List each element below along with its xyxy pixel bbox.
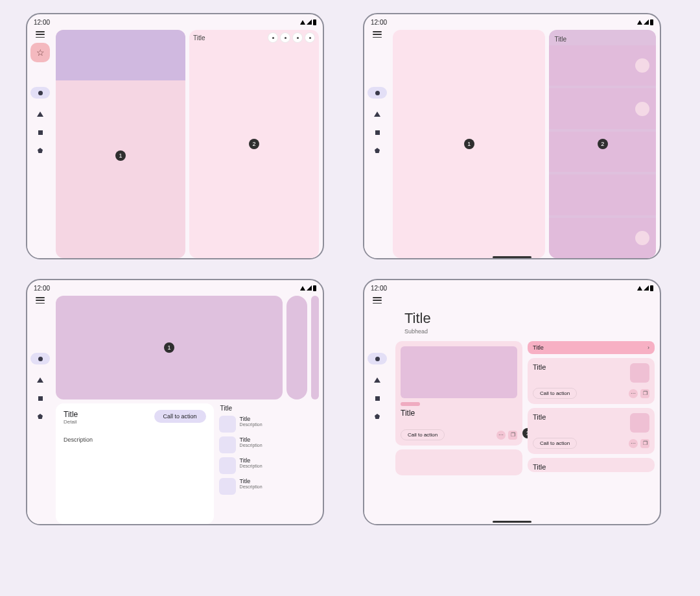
region-badge: 1 (164, 342, 174, 353)
detail-pane[interactable]: Title 2 (189, 30, 319, 258)
more-icon[interactable]: ⋯ (629, 439, 638, 448)
toolbar-action[interactable] (268, 32, 278, 43)
nav-item[interactable] (30, 144, 50, 157)
nav-item-active[interactable] (30, 353, 50, 364)
highlight-bar[interactable]: Title › (528, 341, 655, 354)
collection-icon[interactable]: ❐ (640, 439, 649, 448)
cta-chip[interactable]: Call to action (533, 388, 577, 399)
list-item[interactable] (549, 45, 656, 86)
status-time: 12:00 (371, 19, 387, 26)
pentagon-icon (38, 414, 43, 419)
hero-carousel[interactable]: 1 (56, 296, 319, 399)
thumbnail (219, 478, 236, 495)
label-chip (401, 402, 420, 406)
nav-item[interactable] (30, 410, 50, 423)
signal-icon (307, 285, 312, 291)
nav-item-active[interactable] (368, 87, 387, 99)
content-card[interactable]: Title Detail Call to action Description (56, 403, 214, 524)
nav-rail (27, 293, 53, 524)
tablet-frame-2: 12:00 1 Title (363, 13, 661, 259)
region-badge: 2 (598, 139, 608, 149)
battery-icon (313, 19, 316, 25)
pentagon-icon (38, 148, 43, 153)
bar-title: Title (533, 344, 544, 351)
cta-chip[interactable]: Call to action (533, 438, 577, 449)
status-time: 12:00 (34, 19, 50, 26)
nav-item[interactable] (30, 126, 50, 139)
status-indicators (637, 19, 653, 25)
nav-item-active[interactable] (368, 353, 387, 364)
hero-item-peek[interactable] (311, 296, 319, 399)
feed-card[interactable]: Title Call to action ⋯ ❐ (528, 358, 655, 404)
collection-icon[interactable]: ❐ (640, 389, 649, 398)
feed-card[interactable]: Title (528, 458, 655, 472)
supporting-pane[interactable]: Title 2 (549, 30, 656, 258)
nav-item[interactable] (368, 108, 387, 121)
nav-item[interactable] (30, 374, 50, 387)
pane-title: Title (554, 36, 566, 43)
triangle-icon (37, 112, 43, 117)
collection-icon[interactable]: ❐ (508, 431, 517, 440)
list-pane[interactable]: 1 (56, 30, 185, 258)
pentagon-icon (375, 148, 380, 153)
status-time: 12:00 (371, 285, 387, 292)
avatar (635, 231, 649, 245)
list-item[interactable]: TitleDescription (219, 457, 319, 474)
status-bar: 12:00 (364, 14, 660, 27)
menu-icon[interactable] (373, 31, 382, 38)
avatar (635, 102, 649, 116)
list-item[interactable] (549, 174, 656, 215)
more-icon[interactable]: ⋯ (629, 389, 638, 398)
gesture-handle[interactable] (493, 256, 531, 258)
hero-item[interactable]: 1 (56, 296, 283, 399)
thumbnail (219, 416, 236, 433)
more-icon[interactable]: ⋯ (496, 431, 506, 440)
thumbnail (219, 436, 236, 453)
card-title: Title (401, 409, 517, 418)
feed-column: Title › Title Call to action ⋯ ❐ (528, 341, 655, 524)
list-item[interactable] (549, 132, 656, 172)
feed-card[interactable]: Title Call to action ⋯ ❐ (395, 341, 522, 446)
feed-card[interactable]: Title Call to action ⋯ ❐ (528, 408, 655, 454)
feed-card[interactable] (395, 449, 522, 475)
nav-item[interactable] (368, 144, 387, 157)
circle-icon (38, 357, 43, 361)
region-badge: 1 (115, 150, 126, 161)
square-icon (38, 130, 43, 135)
toolbar-actions (268, 32, 315, 43)
list-item[interactable] (549, 88, 656, 128)
circle-icon (38, 91, 43, 95)
circle-icon (375, 91, 380, 95)
hero-image (56, 30, 185, 80)
nav-item[interactable] (30, 108, 50, 121)
avatar (635, 58, 649, 73)
cta-button[interactable]: Call to action (154, 410, 206, 423)
toolbar-action[interactable] (292, 32, 303, 43)
menu-icon[interactable] (373, 297, 382, 304)
gesture-handle[interactable] (493, 521, 531, 523)
card-title: Title (533, 463, 649, 471)
nav-item-active[interactable] (30, 87, 50, 99)
signal-icon (644, 285, 649, 291)
toolbar-action[interactable] (305, 32, 315, 43)
thumbnail (219, 457, 236, 474)
status-indicators (300, 19, 316, 25)
hero-item-peek[interactable] (286, 296, 307, 399)
fab-button[interactable]: ☆ (30, 43, 50, 62)
detail-topbar: Title (189, 30, 319, 45)
cta-chip[interactable]: Call to action (401, 429, 445, 440)
toolbar-action[interactable] (280, 32, 290, 43)
nav-item[interactable] (368, 374, 387, 387)
status-indicators (300, 285, 316, 291)
nav-item[interactable] (368, 126, 387, 139)
menu-icon[interactable] (36, 31, 45, 38)
nav-item[interactable] (368, 392, 387, 405)
nav-item[interactable] (30, 392, 50, 405)
list-item[interactable]: TitleDescription (219, 436, 319, 453)
list-item[interactable] (549, 218, 656, 258)
list-item[interactable]: TitleDescription (219, 478, 319, 495)
nav-item[interactable] (368, 410, 387, 423)
primary-pane[interactable]: 1 (393, 30, 545, 258)
menu-icon[interactable] (36, 297, 45, 304)
list-item[interactable]: TitleDescription (219, 416, 319, 433)
